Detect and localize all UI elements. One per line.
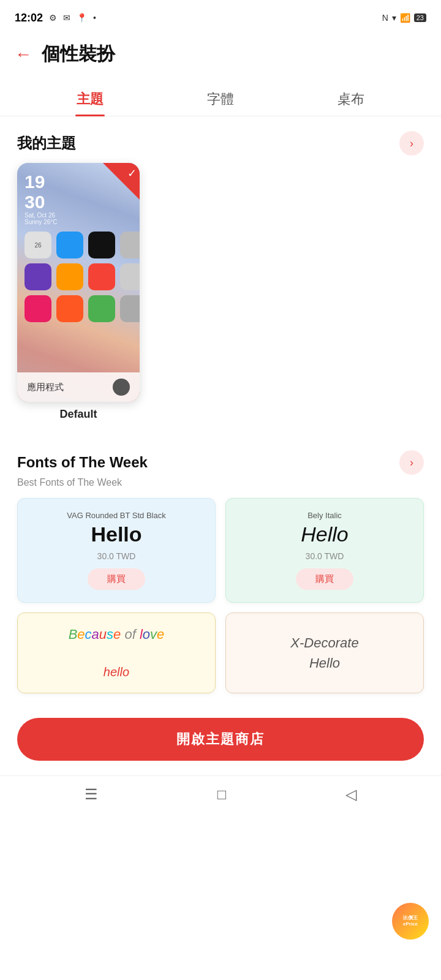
fonts-subtitle: Best Fonts of The Week xyxy=(0,477,441,488)
chevron-right-icon: › xyxy=(410,137,413,150)
buy-button-vag[interactable]: 購買 xyxy=(88,568,145,590)
status-time: 12:02 xyxy=(15,12,43,24)
app-icon xyxy=(88,263,115,290)
fonts-grid-row2: Because of love hello X-DecorateHello xyxy=(0,612,441,706)
theme-time-display: 1930 xyxy=(24,172,132,212)
font-name-bely: Bely Italic xyxy=(307,511,342,520)
camera-icon xyxy=(113,379,130,396)
app-icon xyxy=(24,295,51,322)
app-icon xyxy=(24,263,51,290)
location-icon: 📍 xyxy=(77,13,87,23)
back-nav-icon[interactable]: ◁ xyxy=(345,786,356,803)
open-store-button[interactable]: 開啟主題商店 xyxy=(17,718,424,761)
nfc-icon: Ν xyxy=(382,13,388,23)
app-icon xyxy=(88,232,115,258)
fonts-more-button[interactable]: › xyxy=(399,450,424,475)
app-icon xyxy=(88,295,115,322)
font-card-vag: VAG Rounded BT Std Black Hello 30.0 TWD … xyxy=(17,498,216,603)
app-bar-label: 應用程式 xyxy=(27,382,64,393)
buy-button-bely[interactable]: 購買 xyxy=(296,568,353,590)
theme-card-default[interactable]: ✓ 1930 Sat, Oct 26Sunny 26°C 26 xyxy=(17,163,140,421)
wifi-icon: ▾ xyxy=(392,13,396,23)
theme-date-display: Sat, Oct 26Sunny 26°C xyxy=(24,212,132,225)
signal-icon: 📶 xyxy=(400,13,410,23)
theme-preview: ✓ 1930 Sat, Oct 26Sunny 26°C 26 xyxy=(17,163,140,402)
my-theme-section-header: 我的主題 › xyxy=(0,116,441,163)
home-icon[interactable]: □ xyxy=(217,786,227,803)
tab-bar: 主題 字體 桌布 xyxy=(0,83,441,116)
email-icon: ✉ xyxy=(63,13,70,23)
font-name-vag: VAG Rounded BT Std Black xyxy=(67,511,165,520)
font-price-vag: 30.0 TWD xyxy=(97,551,136,561)
status-right-icons: Ν ▾ 📶 23 xyxy=(382,13,426,23)
status-bar: 12:02 ⚙ ✉ 📍 • Ν ▾ 📶 23 xyxy=(0,0,441,32)
theme-name-label: Default xyxy=(17,408,140,421)
font-card-because: Because of love hello xyxy=(17,612,216,693)
xdecorate-text: X-DecorateHello xyxy=(290,633,358,673)
tab-wallpaper[interactable]: 桌布 xyxy=(325,83,377,116)
settings-icon: ⚙ xyxy=(49,13,57,23)
watermark: 比價王ePrice xyxy=(392,903,435,946)
watermark-badge: 比價王ePrice xyxy=(392,903,429,940)
app-icon xyxy=(120,263,140,290)
my-theme-title: 我的主題 xyxy=(17,134,76,153)
fonts-section-title: Fonts of The Week xyxy=(17,454,148,471)
dot-icon: • xyxy=(93,13,96,23)
app-icon xyxy=(120,295,140,322)
fonts-grid-row1: VAG Rounded BT Std Black Hello 30.0 TWD … xyxy=(0,498,441,603)
tab-theme[interactable]: 主題 xyxy=(64,83,116,116)
font-price-bely: 30.0 TWD xyxy=(306,551,344,561)
menu-icon[interactable]: ☰ xyxy=(85,786,98,803)
app-icon xyxy=(56,295,83,322)
theme-list: ✓ 1930 Sat, Oct 26Sunny 26°C 26 xyxy=(0,163,441,421)
back-button[interactable]: ← xyxy=(15,46,32,63)
tab-font[interactable]: 字體 xyxy=(195,83,246,116)
battery-badge: 23 xyxy=(414,13,426,22)
font-hello-bely: Hello xyxy=(301,522,348,546)
font-hello-vag: Hello xyxy=(91,522,141,546)
fonts-section-header: Fonts of The Week › xyxy=(0,435,441,482)
app-icon xyxy=(120,232,140,258)
app-icon xyxy=(56,263,83,290)
my-theme-more-button[interactable]: › xyxy=(399,131,424,156)
because-text: Because of love hello xyxy=(69,625,165,680)
nav-bar: ☰ □ ◁ xyxy=(0,775,441,818)
app-icon xyxy=(56,232,83,258)
font-card-xdecorate: X-DecorateHello xyxy=(225,612,424,693)
page-title: 個性裝扮 xyxy=(42,42,115,67)
bottom-btn-container: 開啟主題商店 xyxy=(0,706,441,771)
chevron-right-icon-2: › xyxy=(410,456,413,469)
app-icon: 26 xyxy=(24,232,51,258)
font-card-bely: Bely Italic Hello 30.0 TWD 購買 xyxy=(225,498,424,603)
fonts-section: Fonts of The Week › Best Fonts of The We… xyxy=(0,435,441,706)
page-header: ← 個性裝扮 xyxy=(0,32,441,77)
theme-app-bar: 應用程式 xyxy=(17,372,140,402)
